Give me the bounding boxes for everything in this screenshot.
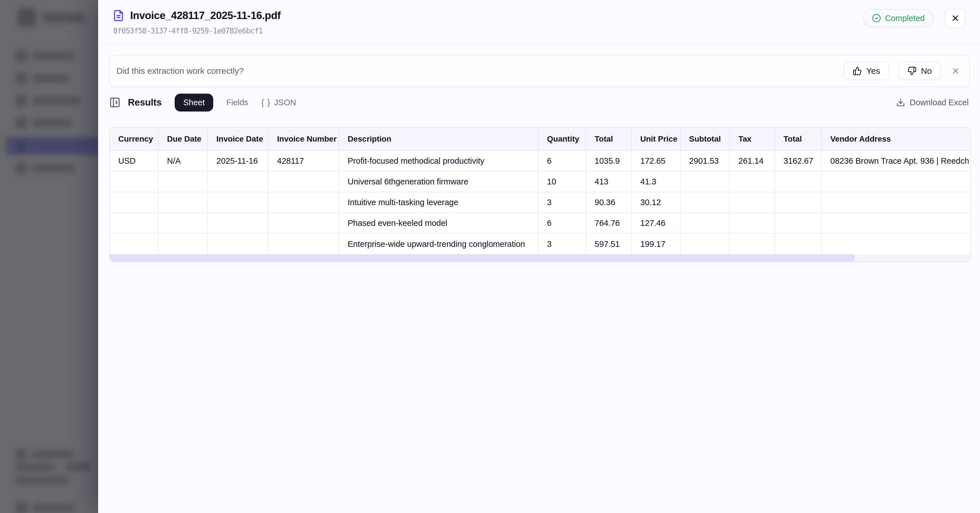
cell: Phased even-keeled model [339, 213, 538, 234]
cell [208, 171, 268, 192]
horizontal-scrollbar-thumb[interactable] [110, 254, 855, 261]
sidebar-item-icon [15, 162, 27, 174]
sidebar-blur-layer [0, 0, 98, 513]
table-row: Intuitive multi-tasking leverage 3 90.36… [110, 192, 970, 213]
status-badge: Completed [863, 9, 934, 27]
table-row: Phased even-keeled model 6 764.76 127.46 [110, 213, 970, 234]
cell [730, 192, 775, 213]
sheet-header-row: Currency Due Date Invoice Date Invoice N… [110, 128, 970, 151]
extraction-modal: Invoice_428117_2025-11-16.pdf 8f053f58-3… [98, 0, 980, 513]
close-icon [951, 66, 960, 75]
column-header: Description [339, 128, 538, 151]
column-header: Total [775, 128, 821, 151]
close-modal-button[interactable] [945, 8, 966, 29]
cell [821, 192, 970, 213]
download-excel-label: Download Excel [910, 98, 969, 107]
cell [110, 213, 158, 234]
app-sidebar-dimmed [0, 0, 98, 513]
cell: 428117 [268, 151, 339, 171]
download-excel-button[interactable]: Download Excel [896, 98, 969, 107]
cell [680, 192, 730, 213]
sheet-table: Currency Due Date Invoice Date Invoice N… [110, 128, 970, 254]
cell: 3 [538, 192, 586, 213]
download-icon [896, 98, 905, 107]
cell: 41.3 [632, 171, 680, 192]
cell [158, 192, 208, 213]
check-circle-icon [872, 14, 881, 23]
cell: 1035.9 [586, 151, 632, 171]
cell: 413 [586, 171, 632, 192]
sidebar-item-placeholder [32, 142, 89, 150]
feedback-dismiss-button[interactable] [951, 66, 960, 75]
cell [775, 192, 821, 213]
feedback-no-label: No [921, 66, 932, 76]
feedback-bar: Did this extraction work correctly? Yes … [109, 55, 970, 87]
sidebar-item-icon [15, 72, 27, 84]
sidebar-item-placeholder [32, 96, 81, 105]
column-header: Due Date [158, 128, 208, 151]
cell [158, 234, 208, 254]
cell [268, 192, 339, 213]
tab-json[interactable]: { } JSON [261, 98, 296, 107]
feedback-question: Did this extraction work correctly? [116, 66, 243, 76]
cell [208, 192, 268, 213]
cell: Intuitive multi-tasking leverage [339, 192, 538, 213]
column-header: Vendor Address [821, 128, 970, 151]
cell [821, 171, 970, 192]
app-logo-text-placeholder [42, 13, 84, 23]
sidebar-footer-icon [15, 449, 27, 460]
cell: Enterprise-wide upward-trending conglome… [339, 234, 538, 254]
cell [821, 213, 970, 234]
tab-json-label: JSON [274, 98, 296, 107]
feedback-yes-button[interactable]: Yes [843, 62, 889, 80]
column-header: Unit Price [632, 128, 680, 151]
document-id: 8f053f58-3137-4ff8-9259-1e0782e6bcf1 [113, 27, 263, 35]
table-row: Universal 6thgeneration firmware 10 413 … [110, 171, 970, 192]
sidebar-footer-placeholder [31, 451, 74, 459]
sidebar-footer-placeholder [15, 476, 69, 484]
document-title: Invoice_428117_2025-11-16.pdf [130, 10, 281, 22]
column-header: Tax [730, 128, 775, 151]
sidebar-item-icon [15, 117, 27, 129]
column-header: Subtotal [680, 128, 730, 151]
cell: 172.65 [632, 151, 680, 171]
app-logo [18, 8, 36, 27]
cell [208, 234, 268, 254]
cell [775, 234, 821, 254]
cell: 3 [538, 234, 586, 254]
cell: 10 [538, 171, 586, 192]
cell: 3162.67 [775, 151, 821, 171]
file-text-icon [113, 9, 124, 22]
cell: 90.36 [586, 192, 632, 213]
cell [268, 213, 339, 234]
column-header: Quantity [538, 128, 586, 151]
user-avatar-placeholder [15, 502, 28, 513]
results-toolbar: Results Sheet Fields { } JSON Download E… [109, 94, 969, 111]
tab-sheet[interactable]: Sheet [175, 94, 213, 112]
feedback-no-button[interactable]: No [898, 62, 941, 80]
thumbs-down-icon [907, 66, 916, 75]
horizontal-scrollbar-track[interactable] [110, 254, 970, 261]
sidebar-footer-badge [65, 462, 91, 471]
cell [730, 234, 775, 254]
cell [730, 171, 775, 192]
cell: 08236 Brown Trace Apt. 936 | Reedch [821, 151, 970, 171]
cell: 764.76 [586, 213, 632, 234]
cell: 2901.53 [680, 151, 730, 171]
cell [110, 171, 158, 192]
user-name-placeholder [32, 504, 75, 512]
extraction-sheet: Currency Due Date Invoice Date Invoice N… [109, 127, 971, 262]
results-title: Results [128, 97, 162, 108]
cell [208, 213, 268, 234]
cell [268, 171, 339, 192]
braces-icon: { } [261, 98, 270, 107]
panel-left-open-icon [109, 97, 121, 108]
cell [680, 213, 730, 234]
cell [775, 213, 821, 234]
cell: 2025-11-16 [208, 151, 268, 171]
tab-fields[interactable]: Fields [226, 98, 248, 107]
column-header: Total [586, 128, 632, 151]
panel-toggle-button[interactable] [109, 97, 121, 108]
modal-header: Invoice_428117_2025-11-16.pdf 8f053f58-3… [98, 0, 980, 45]
cell: Profit-focused methodical productivity [339, 151, 538, 171]
